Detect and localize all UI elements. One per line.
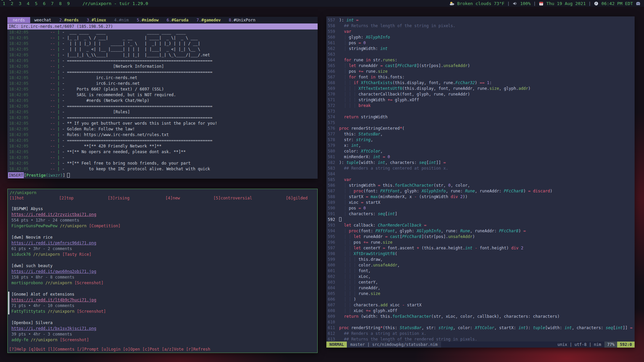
post-subreddit[interactable]: /r/unixporn [33, 252, 60, 257]
irc-prefix: -- [30, 126, 55, 132]
workspace-button-2[interactable]: 2 [11, 1, 19, 6]
post-subreddit[interactable]: /r/unixporn [60, 224, 87, 228]
irc-tab-nim[interactable]: 4.#nim [110, 17, 132, 23]
tuir-tab-6gilded[interactable]: [6]gilded [286, 196, 308, 200]
tuir-tab-4new[interactable]: [4]new [165, 196, 180, 200]
line-number: 596 [326, 240, 339, 245]
workspace-button-4[interactable]: 4 [27, 1, 35, 6]
irc-prefix: -- [30, 81, 55, 86]
tuir-post[interactable]: [dwm] Neovim ricehttps://i.redd.it/pmfnr… [8, 235, 317, 257]
line-number: 579 [326, 143, 339, 148]
line-number: 585 [326, 177, 339, 183]
line-number: 613 [326, 337, 339, 342]
irc-tab-Garuda[interactable]: 6.#Garuda [163, 17, 193, 23]
post-byline: addy-fe /r/unixporn [Screenshot] [11, 337, 317, 343]
vim-cursor [339, 217, 341, 222]
post-author[interactable]: siduck76 [11, 252, 31, 257]
irc-tab-gamedev[interactable]: 7.#gamedev [193, 17, 225, 23]
post-url-link[interactable]: https://i.redd.it/pmfnrsc96di71.png [11, 240, 317, 246]
post-author[interactable]: FingerGunsPewPewPew [11, 224, 57, 228]
line-number: 607 [326, 302, 339, 308]
post-subreddit[interactable]: /r/unixporn [31, 338, 57, 342]
line-content: var [339, 177, 351, 183]
workspace-button-1[interactable]: 1 [3, 1, 11, 6]
irc-tab-label: #linux [92, 18, 106, 22]
workspace-button-3[interactable]: 3 [19, 1, 27, 6]
irc-tab-label: weechat [34, 18, 51, 22]
irc-tab-nerds[interactable]: 2.#nerds [55, 17, 83, 23]
line-content: ): tuple[width: int, characters: seq[int… [339, 160, 446, 166]
post-meta: 158 pts • 8hr - 8 comments [11, 275, 317, 280]
tuir-post[interactable]: [BSPWM] Abysshttps://i.redd.it/2rzyzictb… [8, 206, 317, 229]
post-title: [Openbox] Silvera [11, 320, 317, 326]
line-number: 600 [326, 262, 339, 268]
irc-tab-UnixPorn[interactable]: 8.#UnixPorn [225, 17, 259, 23]
post-author[interactable]: addy-fe [11, 338, 29, 342]
irc-message-row: 18:42:05--|- [7, 155, 318, 161]
irc-timestamp: 18:42:05 [7, 115, 30, 121]
editor-line: 585 var [326, 177, 635, 183]
irc-tab-linux[interactable]: 3.#linux [83, 17, 110, 23]
irc-separator-bar: | [57, 41, 60, 47]
line-number: 594 [326, 228, 339, 234]
tuir-tab-1hot[interactable]: [1]hot [9, 196, 24, 200]
irc-tab-nimdow[interactable]: 5.#nimdow [133, 17, 163, 23]
irc-ident: (iwxzr) [46, 172, 63, 178]
irc-timestamp: 18:42:05 [7, 109, 30, 115]
tuir-post[interactable]: [Openbox] Silverahttps://i.redd.it/bx1sv… [8, 320, 317, 343]
post-url-link[interactable]: https://i.redd.it/lt4b9c7huci71.jpg [11, 297, 317, 303]
post-author[interactable]: mortisprobono [11, 281, 43, 285]
irc-tab-nerds[interactable]: nerds [7, 17, 30, 23]
irc-tab-number: 2. [59, 18, 64, 22]
irc-separator-bar: | [57, 92, 60, 98]
workspace-button-9[interactable]: 9 [67, 1, 75, 6]
editor-line: 559 var [326, 29, 635, 35]
tuir-tab-5controversial[interactable]: [5]controversial [213, 196, 252, 200]
line-number: 605 [326, 291, 339, 297]
post-title: [dwm] Neovim rice [11, 235, 317, 240]
irc-prefix: -- [30, 166, 55, 172]
editor-line: 557): int = [326, 17, 635, 23]
line-content: minRenderX: int = 0 [339, 154, 390, 160]
editor-line: 609 return (width: this.forEachCharacter… [326, 314, 635, 319]
workspace-button-8[interactable]: 8 [59, 1, 67, 6]
irc-message-row: 18:42:05--|- SASL is recommended, but is… [7, 92, 318, 98]
line-number: 609 [326, 314, 339, 319]
tuir-post[interactable]: [Gnome] Alot of extensionshttps://i.redd… [8, 292, 317, 314]
editor-line: 604 │ │ │ runeAddr, [326, 285, 635, 291]
irc-input-line[interactable]: INSERT[Prestige(iwxzr)] [7, 172, 70, 178]
selected-post-indicator [8, 292, 9, 314]
irc-message-text: - Ports 6667 (plain text) / 6697 (SSL) [62, 86, 164, 92]
line-number: 566 [326, 69, 339, 74]
irc-timestamp: 18:42:05 [7, 98, 30, 104]
post-author[interactable]: FattyTittytats [11, 309, 45, 314]
post-flair-tag: [Competition] [89, 224, 120, 228]
editor-code-area[interactable]: 557): int =558 ## Returns the length of … [326, 16, 635, 342]
line-number: 606 [326, 297, 339, 302]
workspace-button-5[interactable]: 5 [35, 1, 43, 6]
tuir-tab-2top[interactable]: [2]top [59, 196, 73, 200]
post-url-link[interactable]: https://i.redd.it/2rzyzictbai71.png [11, 212, 317, 218]
irc-tab-weechat[interactable]: weechat [30, 17, 55, 23]
line-content: │ xLoc = startX [339, 200, 380, 205]
post-meta: 71 pts • 4hr - 10 comments [11, 303, 317, 309]
editor-line: 596 │ │ pos += rune.size [326, 240, 635, 245]
irc-prefix: -- [30, 155, 55, 161]
workspace-button-6[interactable]: 6 [43, 1, 51, 6]
discord-icon[interactable] [636, 1, 641, 6]
irc-tab-number: 6. [167, 18, 171, 22]
post-url-link[interactable]: https://i.redd.it/qwo60nq2obi71.jpg [11, 269, 317, 275]
editor-line: 558 ## Returns the length of the string … [326, 23, 635, 29]
line-content: │ │ │ characterCallback(font, glyph, run… [339, 92, 470, 97]
post-subreddit[interactable]: /r/unixporn [48, 309, 74, 314]
workspace-button-7[interactable]: 7 [51, 1, 59, 6]
tuir-tab-3rising[interactable]: [3]rising [108, 196, 129, 200]
irc-tab-label: #nim [119, 18, 129, 22]
line-content: │ │ xLoc += glyph.xOff [339, 308, 397, 314]
post-subreddit[interactable]: /r/unixporn [45, 281, 72, 285]
irc-timestamp: 18:42:05 [7, 75, 30, 81]
post-url-link[interactable]: https://i.redd.it/bx1sv3kjsci71.png [11, 326, 317, 331]
tuir-post[interactable]: [dwm] such beautyhttps://i.redd.it/qwo60… [8, 263, 317, 286]
focused-window-title: /r/unixporn - tuir 1.29.0 [83, 1, 148, 6]
irc-message-row: 18:42:05--|- [Rules] [7, 109, 318, 115]
